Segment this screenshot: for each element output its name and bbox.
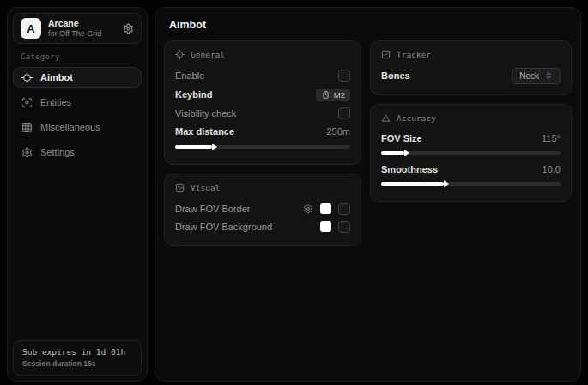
triangle-icon [381,113,391,123]
max-distance-label: Max distance [175,126,234,137]
sidebar-item-label: Settings [40,147,75,157]
image-icon [175,183,185,192]
keybind-value: M2 [334,90,345,100]
bones-select[interactable]: Neck [512,68,561,84]
bones-value: Neck [519,71,539,81]
fov-background-checkbox[interactable] [338,221,350,233]
sidebar-item-label: Miscellaneous [40,122,100,132]
app-name: Arcane [48,18,116,29]
smoothness-value: 10.0 [543,164,561,174]
app-logo: A [21,18,41,39]
accuracy-card-header: Accuracy [381,113,561,123]
max-distance-slider[interactable] [175,145,350,149]
fov-border-row: Draw FOV Border [175,199,350,217]
smoothness-slider[interactable] [381,182,561,186]
sidebar-item-aimbot[interactable]: Aimbot [13,67,142,88]
sidebar-item-settings[interactable]: Settings [13,142,142,162]
fov-size-label: FOV Size [381,133,422,144]
keybind-row: Keybind M2 [175,85,350,104]
smoothness-slider-fill[interactable] [381,182,444,186]
page-title: Aimbot [155,8,580,40]
card-title: General [191,50,225,59]
sidebar-nav: Aimbot Entities Miscellaneous Settings [8,67,147,162]
max-distance-row: Max distance 250m [175,123,350,140]
max-distance-value: 250m [326,126,350,137]
tracker-card: Tracker Bones Neck [370,40,572,95]
visual-card: Visual Draw FOV Border Draw FOV Backgrou… [164,174,361,246]
fov-size-value: 115° [542,133,561,144]
mouse-icon [321,90,330,100]
smoothness-label: Smoothness [381,164,438,174]
visual-card-header: Visual [175,183,350,192]
app-subtitle: for Off The Grid [48,29,116,39]
subscription-info-card: Sub expires in 1d 01h Session duration 1… [13,340,142,376]
fov-background-row: Draw FOV Background [175,217,350,235]
app-title-block: Arcane for Off The Grid [48,18,116,39]
sidebar-item-entities[interactable]: Entities [13,92,142,113]
sidebar: A Arcane for Off The Grid Category Aimbo… [7,7,148,382]
max-distance-slider-fill[interactable] [175,145,212,149]
fov-background-color-swatch[interactable] [320,221,331,232]
sidebar-item-label: Aimbot [40,72,73,82]
tracker-card-header: Tracker [381,50,561,59]
enable-checkbox[interactable] [338,70,350,82]
visibility-check-row: Visibility check [175,104,350,123]
fov-background-label: Draw FOV Background [175,222,272,232]
gear-icon[interactable] [303,204,313,214]
smoothness-row: Smoothness 10.0 [381,161,561,177]
keybind-label: Keybind [175,89,212,100]
fov-border-label: Draw FOV Border [175,204,250,214]
crosshair-icon [21,72,33,83]
scan-eye-icon [21,97,33,108]
chevrons-up-down-icon [544,71,553,80]
bones-label: Bones [381,70,410,81]
visibility-check-checkbox[interactable] [338,107,350,119]
enable-row: Enable [175,66,350,85]
card-title: Accuracy [397,113,436,123]
category-label: Category [21,52,134,61]
bones-row: Bones Neck [381,66,561,85]
fov-size-row: FOV Size 115° [381,130,561,146]
gear-icon [21,147,33,158]
fov-size-slider-fill[interactable] [381,151,404,155]
visibility-check-label: Visibility check [175,108,236,119]
accuracy-card: Accuracy FOV Size 115° Smoothness 10.0 [370,104,572,202]
fov-border-color-swatch[interactable] [320,203,331,214]
keybind-button[interactable]: M2 [316,89,350,101]
sidebar-item-label: Entities [40,97,71,107]
sidebar-item-miscellaneous[interactable]: Miscellaneous [13,117,142,138]
app-logo-card: A Arcane for Off The Grid [13,13,142,44]
grid-icon [21,122,33,133]
card-title: Visual [191,183,220,192]
fov-border-checkbox[interactable] [338,203,350,215]
general-card-header: General [175,50,350,59]
fov-size-slider[interactable] [381,151,561,155]
enable-label: Enable [175,70,204,81]
card-title: Tracker [397,50,431,59]
session-duration-text: Session duration 15s [22,359,132,368]
gear-icon[interactable] [123,23,134,34]
crosshair-icon [175,50,185,59]
sub-expires-text: Sub expires in 1d 01h [22,347,132,357]
activity-square-icon [381,50,391,59]
general-card: General Enable Keybind M2 V [164,40,361,165]
main-panel: Aimbot General Enable Keybind [155,7,581,382]
